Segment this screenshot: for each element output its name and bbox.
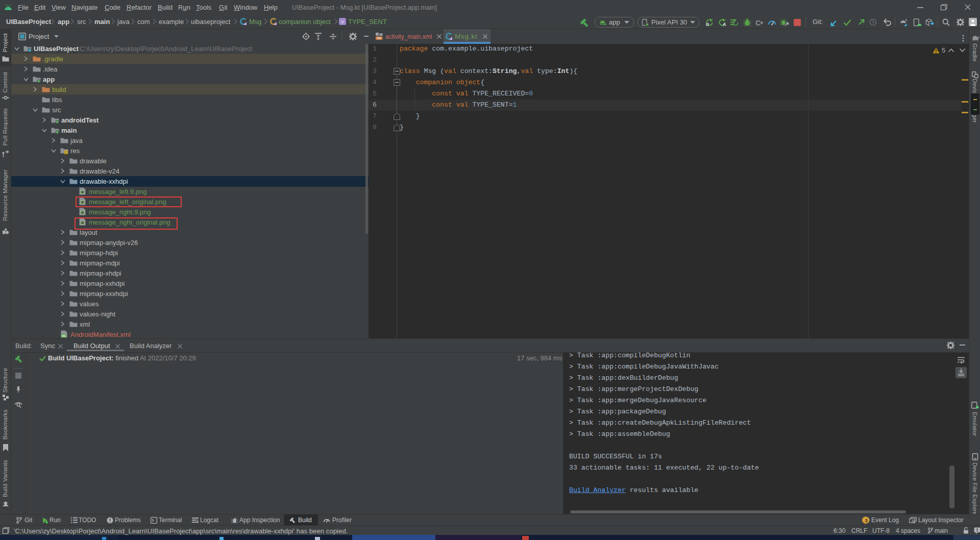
svg-text:C: C	[755, 19, 761, 27]
svg-text:3: 3	[865, 518, 867, 523]
svg-text:<>: <>	[377, 37, 381, 40]
svg-text:V: V	[341, 19, 344, 24]
svg-text:A: A	[723, 22, 726, 27]
svg-text:ME: ME	[61, 334, 66, 337]
